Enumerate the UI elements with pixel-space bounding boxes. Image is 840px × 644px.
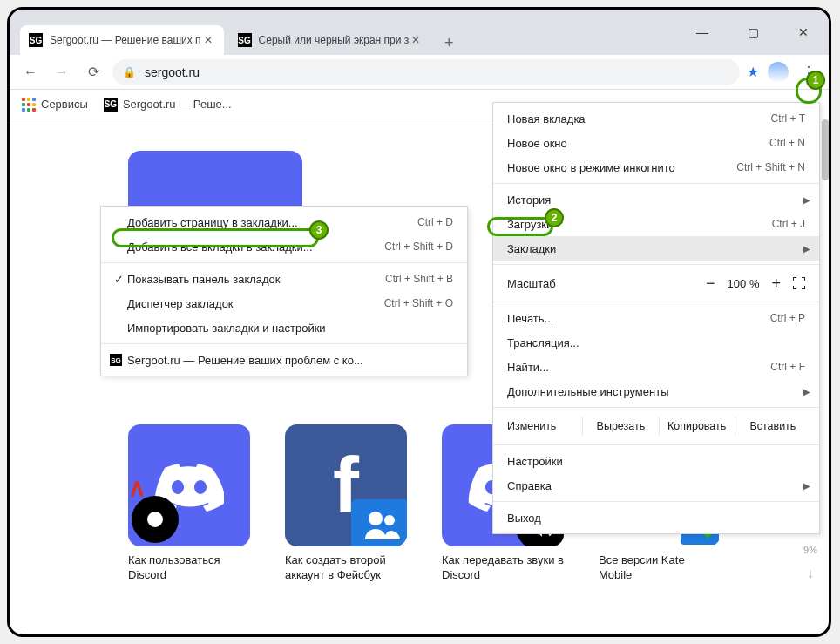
menu-bookmarks[interactable]: Закладки▶ [493,236,819,261]
menu-find[interactable]: Найти...Ctrl + F [493,355,819,379]
tab-title: Серый или черный экран при з [259,34,410,46]
menu-paste[interactable]: Вставить [735,417,810,436]
tile-image: .gear::before{inset:18px} ∧ [128,424,250,546]
submenu-import[interactable]: Импортировать закладки и настройки [101,315,467,340]
tile-caption: Как пользоваться Discord [128,553,250,583]
zoom-in-button[interactable]: + [771,275,781,293]
submenu-add-page[interactable]: Добавить страницу в закладки...Ctrl + D [101,210,467,234]
back-button[interactable]: ← [18,60,43,85]
chevron-right-icon: ▶ [803,481,810,491]
edit-label: Изменить [502,417,582,436]
callout-badge-2: 2 [545,208,564,227]
minimize-button[interactable]: — [688,20,717,44]
svg-point-0 [369,512,383,525]
bookmark-label: Sergoot.ru — Реше... [123,98,232,111]
svg-point-1 [384,515,395,525]
favicon-icon: SG [104,98,118,112]
tab-close-icon[interactable]: ✕ [409,34,423,46]
bookmark-star-icon[interactable]: ★ [747,64,759,80]
menu-help[interactable]: Справка▶ [493,473,819,498]
submenu-bookmark-site[interactable]: SGSergoot.ru — Решение ваших проблем с к… [101,348,467,372]
zoom-out-button[interactable]: − [706,275,715,293]
menu-new-window[interactable]: Новое окноCtrl + N [493,131,819,155]
favicon-icon: SG [29,33,43,47]
reload-button[interactable]: ⟳ [81,60,105,85]
menu-history[interactable]: История▶ [493,187,819,212]
profile-avatar[interactable] [768,62,789,83]
apps-shortcut[interactable]: Сервисы [22,98,88,112]
apps-label: Сервисы [41,98,88,111]
address-bar[interactable]: 🔒 sergoot.ru [112,59,740,85]
content-tile[interactable]: .gear::before{inset:18px} ∧ Как пользова… [128,424,250,583]
menu-zoom: Масштаб − 100 % + [493,268,819,298]
submenu-add-all-tabs[interactable]: Добавить все вкладки в закладки...Ctrl +… [101,234,467,259]
submenu-manager[interactable]: Диспетчер закладокCtrl + Shift + O [101,291,467,315]
tile-caption: Как передавать звуки в Discord [442,553,564,583]
menu-incognito[interactable]: Новое окно в режиме инкогнитоCtrl + Shif… [493,155,819,180]
tile-caption: Все версии Kate Mobile [599,553,721,583]
tab-active[interactable]: SG Sergoot.ru — Решение ваших п ✕ [20,25,224,55]
people-icon [351,499,407,546]
zoom-label: Масштаб [507,277,706,290]
menu-downloads[interactable]: ЗагрузкиCtrl + J [493,212,819,236]
menu-settings[interactable]: Настройки [493,449,819,473]
bookmarks-submenu: Добавить страницу в закладки...Ctrl + D … [100,206,468,376]
favicon-icon: SG [238,33,252,47]
toolbar: ← → ⟳ 🔒 sergoot.ru ★ ⋮ [10,55,829,90]
content-tile[interactable]: f Как создать второй аккаунт в Фейсбук [285,424,407,583]
scroll-down-icon[interactable]: ↓ [807,566,814,581]
menu-cast[interactable]: Трансляция... [493,330,819,355]
callout-badge-3: 3 [309,220,329,240]
scrollbar-thumb[interactable] [822,119,829,180]
browser-window: — ▢ ✕ SG Sergoot.ru — Решение ваших п ✕ … [7,7,831,637]
tile-image: f [285,424,407,546]
menu-more-tools[interactable]: Дополнительные инструменты▶ [493,379,819,403]
apps-icon [22,98,36,112]
maximize-button[interactable]: ▢ [738,20,768,44]
tab-close-icon[interactable]: ✕ [201,34,215,46]
titlebar [10,10,829,20]
favicon-icon: SG [110,354,122,366]
menu-new-tab[interactable]: Новая вкладкаCtrl + T [493,106,819,131]
chevron-right-icon: ▶ [803,387,810,397]
url-text: sergoot.ru [145,65,200,79]
main-menu: Новая вкладкаCtrl + T Новое окноCtrl + N… [492,102,820,534]
chevron-right-icon: ▶ [803,195,810,205]
callout-badge-1: 1 [806,71,825,90]
fullscreen-icon[interactable] [793,277,805,289]
window-controls: — ▢ ✕ [688,20,818,44]
bookmark-item[interactable]: SG Sergoot.ru — Реше... [104,98,232,112]
menu-copy[interactable]: Копировать [659,417,735,436]
close-button[interactable]: ✕ [789,20,818,44]
new-tab-button[interactable]: + [437,31,461,55]
scroll-percent: 9% [803,545,817,555]
tab-title: Sergoot.ru — Решение ваших п [50,34,201,46]
chevron-right-icon: ▶ [803,244,810,254]
forward-button[interactable]: → [50,60,74,85]
tile-caption: Как создать второй аккаунт в Фейсбук [285,553,407,583]
lock-icon: 🔒 [123,66,136,78]
zoom-value: 100 % [728,277,760,290]
menu-exit[interactable]: Выход [493,505,819,530]
menu-edit-row: Изменить Вырезать Копировать Вставить [493,411,819,441]
tab-inactive[interactable]: SG Серый или черный экран при з ✕ [229,25,432,55]
menu-print[interactable]: Печать...Ctrl + P [493,306,819,330]
menu-cut[interactable]: Вырезать [582,417,658,436]
submenu-show-bar[interactable]: ✓Показывать панель закладокCtrl + Shift … [101,267,467,291]
check-icon: ✓ [110,273,127,286]
